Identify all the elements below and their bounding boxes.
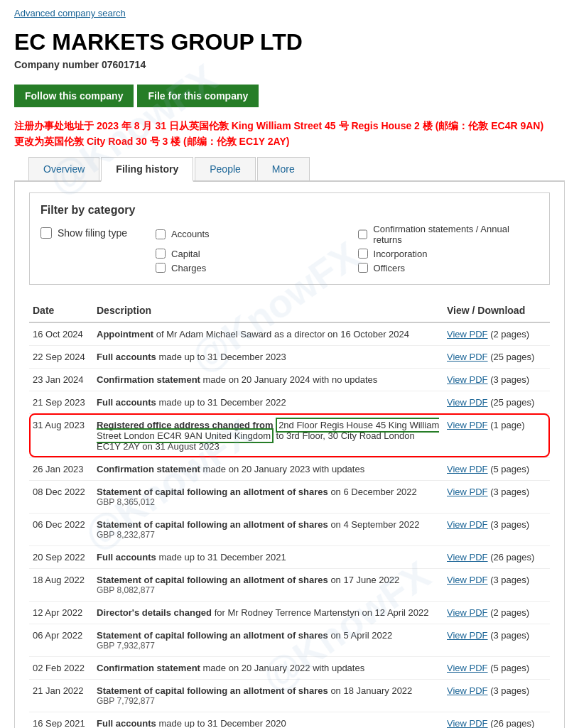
view-pdf-link[interactable]: View PDF — [447, 607, 488, 618]
follow-button[interactable]: Follow this company — [14, 85, 134, 107]
filing-view: View PDF (25 pages) — [443, 391, 550, 413]
filter-capital-checkbox[interactable] — [156, 249, 166, 259]
action-buttons: Follow this company File for this compan… — [0, 81, 579, 114]
filing-date: 06 Dec 2022 — [29, 513, 93, 545]
company-number: Company number 07601714 — [14, 59, 565, 70]
notice-line1: 注册办事处地址于 2023 年 8 月 31 日从英国伦敦 King Willi… — [14, 118, 565, 134]
table-row: 06 Dec 2022Statement of capital followin… — [29, 513, 550, 545]
notice-line2: 更改为英国伦敦 City Road 30 号 3 楼 (邮编：伦敦 EC1Y 2… — [14, 134, 565, 149]
filing-description: Statement of capital following an allotm… — [93, 679, 443, 712]
view-pdf-link[interactable]: View PDF — [447, 487, 488, 497]
view-pdf-link[interactable]: View PDF — [447, 329, 488, 339]
filter-confirmation: Confirmation statements / Annual returns — [358, 224, 539, 245]
advanced-search-link[interactable]: Advanced company search — [14, 8, 126, 18]
filter-section: Filter by category Show filing type Acco… — [29, 192, 550, 285]
filing-view: View PDF (26 pages) — [443, 712, 550, 728]
table-row: 08 Dec 2022Statement of capital followin… — [29, 480, 550, 513]
table-row: 21 Jan 2022Statement of capital followin… — [29, 679, 550, 712]
tab-people[interactable]: People — [195, 157, 256, 180]
filing-description: Statement of capital following an allotm… — [93, 568, 443, 601]
page-count: (25 pages) — [488, 397, 535, 408]
tab-overview[interactable]: Overview — [28, 157, 99, 180]
filing-description: Full accounts made up to 31 December 202… — [93, 545, 443, 568]
table-row: 06 Apr 2022Statement of capital followin… — [29, 624, 550, 656]
filter-confirmation-checkbox[interactable] — [358, 229, 368, 239]
filter-charges-checkbox[interactable] — [156, 263, 166, 273]
table-row: 23 Jan 2024Confirmation statement made o… — [29, 368, 550, 391]
filter-row: Show filing type Accounts Confirmation s… — [40, 224, 539, 273]
view-pdf-link[interactable]: View PDF — [447, 552, 488, 563]
filing-view: View PDF (5 pages) — [443, 457, 550, 480]
table-row: 16 Sep 2021Full accounts made up to 31 D… — [29, 712, 550, 728]
filing-date: 20 Sep 2022 — [29, 545, 93, 568]
filing-date: 16 Oct 2024 — [29, 322, 93, 346]
filing-description: Statement of capital following an allotm… — [93, 480, 443, 513]
view-pdf-link[interactable]: View PDF — [447, 663, 488, 673]
view-pdf-link[interactable]: View PDF — [447, 352, 488, 362]
filing-description: Confirmation statement made on 20 Januar… — [93, 368, 443, 391]
page-count: (2 pages) — [488, 329, 530, 339]
filing-view: View PDF (3 pages) — [443, 480, 550, 513]
filing-description: Statement of capital following an allotm… — [93, 513, 443, 545]
filter-officers-checkbox[interactable] — [358, 263, 368, 273]
filing-description: Appointment of Mr Adam Michael Saward as… — [93, 322, 443, 346]
page-count: (5 pages) — [488, 663, 530, 673]
page-count: (3 pages) — [488, 487, 530, 497]
table-row: 20 Sep 2022Full accounts made up to 31 D… — [29, 545, 550, 568]
table-row: 21 Sep 2023Full accounts made up to 31 D… — [29, 391, 550, 413]
filing-date: 08 Dec 2022 — [29, 480, 93, 513]
show-filing-checkbox[interactable] — [40, 227, 52, 239]
filing-description: Full accounts made up to 31 December 202… — [93, 391, 443, 413]
filing-view: View PDF (3 pages) — [443, 368, 550, 391]
filing-sub: GBP 8,365,012 — [97, 497, 440, 507]
filter-accounts-checkbox[interactable] — [156, 229, 166, 239]
filing-view: View PDF (26 pages) — [443, 545, 550, 568]
table-header: Date Description View / Download — [29, 299, 550, 322]
filing-date: 21 Jan 2022 — [29, 679, 93, 712]
filter-incorporation-checkbox[interactable] — [358, 249, 368, 259]
view-pdf-link[interactable]: View PDF — [447, 630, 488, 641]
page-count: (26 pages) — [488, 552, 535, 563]
header-date: Date — [29, 299, 93, 322]
filter-accounts: Accounts — [156, 224, 336, 245]
tab-more[interactable]: More — [257, 157, 310, 180]
filing-view: View PDF (3 pages) — [443, 679, 550, 712]
filing-date: 23 Jan 2024 — [29, 368, 93, 391]
filings-table: Date Description View / Download 16 Oct … — [29, 299, 550, 728]
filing-view: View PDF (2 pages) — [443, 601, 550, 624]
table-row: 02 Feb 2022Confirmation statement made o… — [29, 656, 550, 679]
filing-description: Full accounts made up to 31 December 202… — [93, 712, 443, 728]
page-count: (25 pages) — [488, 352, 535, 362]
view-pdf-link[interactable]: View PDF — [447, 519, 488, 530]
filing-date: 31 Aug 2023 — [29, 413, 93, 457]
filing-view: View PDF (5 pages) — [443, 656, 550, 679]
filing-description: Confirmation statement made on 20 Januar… — [93, 656, 443, 679]
view-pdf-link[interactable]: View PDF — [447, 397, 488, 408]
filter-title: Filter by category — [40, 204, 539, 217]
view-pdf-link[interactable]: View PDF — [447, 464, 488, 474]
tab-filing-history[interactable]: Filing history — [101, 157, 193, 182]
filing-date: 22 Sep 2024 — [29, 345, 93, 368]
filing-view: View PDF (3 pages) — [443, 568, 550, 601]
view-pdf-link[interactable]: View PDF — [447, 575, 488, 585]
page-count: (3 pages) — [488, 575, 530, 585]
filing-date: 12 Apr 2022 — [29, 601, 93, 624]
company-title-section: EC MARKETS GROUP LTD Company number 0760… — [0, 26, 579, 81]
filing-view: View PDF (3 pages) — [443, 513, 550, 545]
file-button[interactable]: File for this company — [137, 85, 259, 107]
header-description: Description — [93, 299, 443, 322]
table-row: 18 Aug 2022Statement of capital followin… — [29, 568, 550, 601]
table-row: 31 Aug 2023Registered office address cha… — [29, 413, 550, 457]
filing-date: 16 Sep 2021 — [29, 712, 93, 728]
view-pdf-link[interactable]: View PDF — [447, 718, 488, 728]
filing-description: Confirmation statement made on 20 Januar… — [93, 457, 443, 480]
view-pdf-link[interactable]: View PDF — [447, 420, 488, 430]
view-pdf-link[interactable]: View PDF — [447, 685, 488, 696]
table-row: 22 Sep 2024Full accounts made up to 31 D… — [29, 345, 550, 368]
filing-description: Full accounts made up to 31 December 202… — [93, 345, 443, 368]
filing-date: 21 Sep 2023 — [29, 391, 93, 413]
filing-sub: GBP 7,792,877 — [97, 696, 440, 706]
table-row: 26 Jan 2023Confirmation statement made o… — [29, 457, 550, 480]
view-pdf-link[interactable]: View PDF — [447, 374, 488, 385]
header-view: View / Download — [443, 299, 550, 322]
